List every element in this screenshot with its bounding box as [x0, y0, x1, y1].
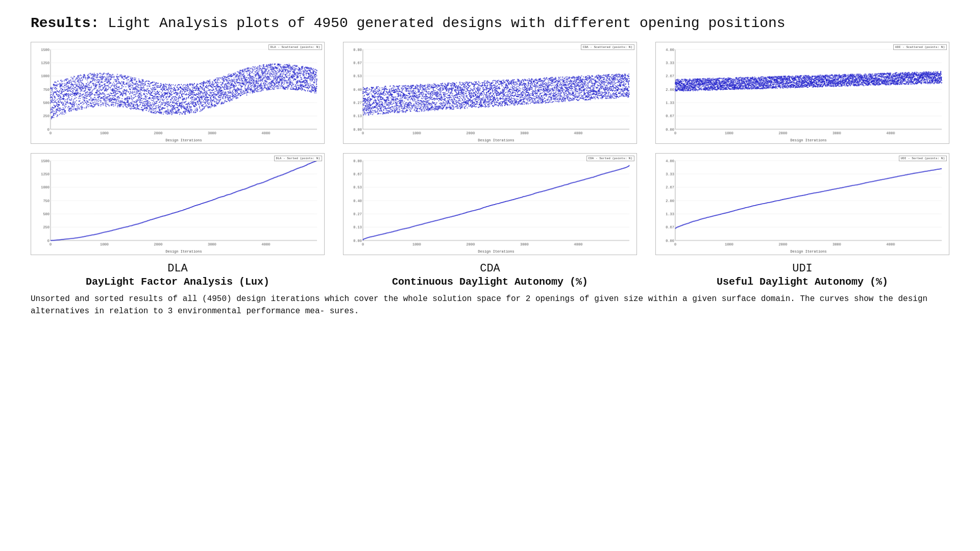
label-cda: CDA Continuous Daylight Autonomy (%) — [343, 262, 637, 288]
plot-legend-cda-scatter: CDA - Scattered (points: N) — [581, 44, 634, 50]
plots-grid: DLA - Scattered (points: N) CDA - Scatte… — [31, 42, 949, 255]
plot-cda-scatter: CDA - Scattered (points: N) — [343, 42, 637, 144]
label-dla-full: DayLight Factor Analysis (Lux) — [31, 276, 325, 288]
title-text: Light Analysis plots of 4950 generated d… — [99, 15, 785, 31]
label-cda-abbr: CDA — [343, 262, 637, 275]
plot-legend-udi-scatter: UDI - Scattered (points: N) — [893, 44, 947, 50]
label-udi: UDI Useful Daylight Autonomy (%) — [655, 262, 949, 288]
label-cda-full: Continuous Daylight Autonomy (%) — [343, 276, 637, 288]
labels-row: DLA DayLight Factor Analysis (Lux) CDA C… — [31, 262, 949, 288]
plot-legend-cda-sorted: CDA - Sorted (points: N) — [586, 156, 634, 161]
plot-cda-sorted: CDA - Sorted (points: N) — [343, 153, 637, 255]
label-dla: DLA DayLight Factor Analysis (Lux) — [31, 262, 325, 288]
plot-dla-sorted: DLA - Sorted (points: N) — [31, 153, 325, 255]
plot-legend-dla-sorted: DLA - Sorted (points: N) — [274, 156, 322, 161]
plot-dla-scatter: DLA - Scattered (points: N) — [31, 42, 325, 144]
label-dla-abbr: DLA — [31, 262, 325, 275]
label-udi-full: Useful Daylight Autonomy (%) — [655, 276, 949, 288]
plot-legend-dla-scatter: DLA - Scattered (points: N) — [268, 44, 322, 50]
plot-legend-udi-sorted: UDI - Sorted (points: N) — [899, 156, 947, 161]
page-title: Results: Light Analysis plots of 4950 ge… — [31, 14, 949, 33]
caption: Unsorted and sorted results of all (4950… — [31, 293, 949, 317]
page: Results: Light Analysis plots of 4950 ge… — [0, 0, 980, 551]
plot-udi-sorted: UDI - Sorted (points: N) — [655, 153, 949, 255]
title-bold: Results: — [31, 15, 99, 31]
plot-udi-scatter: UDI - Scattered (points: N) — [655, 42, 949, 144]
label-udi-abbr: UDI — [655, 262, 949, 275]
